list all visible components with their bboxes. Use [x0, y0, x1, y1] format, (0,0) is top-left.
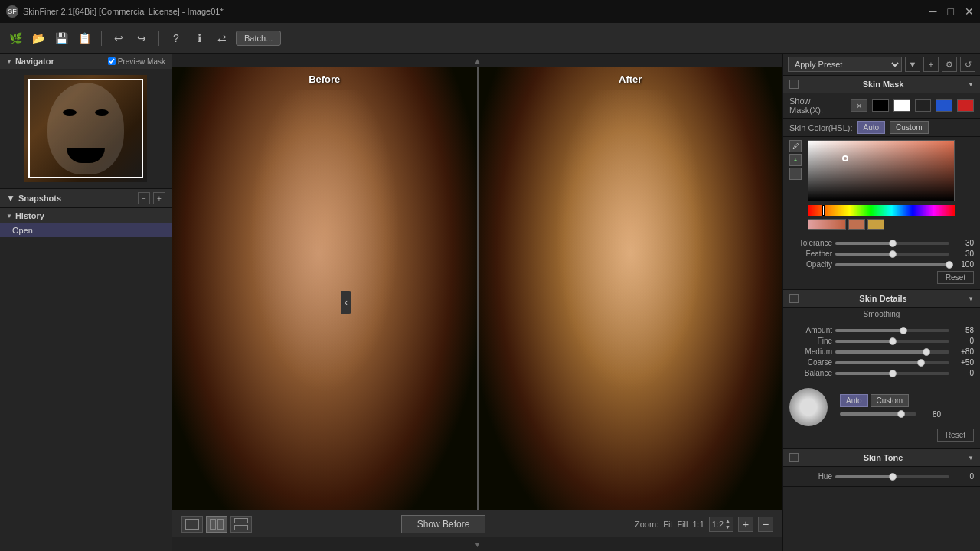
skin-details-arrow[interactable]: ▼ [968, 295, 974, 302]
history-arrow: ▼ [6, 213, 12, 220]
amount-value: 58 [952, 326, 974, 334]
color-swatch-warm[interactable] [867, 219, 884, 230]
single-view-button[interactable] [181, 516, 203, 533]
skin-color-auto-button[interactable]: Auto [858, 121, 886, 134]
history-section: ▼ History Open [0, 208, 172, 551]
zoom-1to1[interactable]: 1:1 [692, 520, 704, 529]
help-icon[interactable]: ? [167, 29, 185, 47]
save-icon[interactable]: 💾 [52, 29, 70, 47]
skin-mask-arrow[interactable]: ▼ [968, 81, 974, 88]
skin-details-checkbox[interactable] [789, 294, 799, 303]
preset-settings-button[interactable]: ⚙ [942, 57, 957, 72]
snapshot-remove-button[interactable]: − [138, 192, 150, 204]
preset-dropdown-button[interactable]: ▼ [905, 57, 920, 72]
skin-tone-arrow[interactable]: ▼ [968, 455, 974, 461]
zoom-out-button[interactable]: − [758, 517, 773, 532]
skin-details-title: Skin Details [802, 294, 965, 303]
toolbar: 🌿 📂 💾 📋 ↩ ↪ ? ℹ ⇄ Batch... [0, 23, 980, 54]
thumb-viewport-rect [28, 79, 143, 178]
zoom-up-arrow[interactable]: ▲ [725, 518, 730, 524]
save-as-icon[interactable]: 📋 [75, 29, 93, 47]
mask-swatch-white[interactable] [893, 99, 910, 112]
medium-row: Medium +80 [789, 347, 974, 356]
navigator-arrow: ▼ [6, 58, 12, 65]
color-swatch-gradient[interactable] [808, 219, 846, 230]
tolerance-slider[interactable] [835, 242, 949, 245]
show-before-button[interactable]: Show Before [401, 515, 486, 533]
thumb-image [24, 75, 147, 182]
titlebar-left: SF SkinFiner 2.1[64Bit] [Commercial Lice… [6, 5, 224, 18]
amount-slider[interactable] [835, 329, 949, 332]
split-horizontal-view-button[interactable] [230, 516, 252, 533]
mask-swatch-dark[interactable] [915, 99, 932, 112]
left-collapse-button[interactable]: ‹ [341, 291, 351, 314]
mask-reset-button[interactable]: Reset [937, 271, 974, 284]
medium-slider[interactable] [835, 350, 949, 354]
opacity-row: Opacity 100 [789, 260, 974, 269]
eyedropper-tool[interactable]: 🖊 [789, 140, 802, 152]
split-vertical-view-button[interactable] [206, 516, 227, 533]
open-icon[interactable]: 📂 [29, 29, 47, 47]
preset-select[interactable]: Apply Preset [788, 57, 902, 72]
portrait-auto-button[interactable]: Auto [840, 394, 868, 407]
preset-refresh-button[interactable]: ↺ [960, 57, 975, 72]
navigator-title: Navigator [15, 57, 105, 66]
opacity-slider[interactable] [835, 263, 949, 266]
eyedropper-add-tool[interactable]: + [789, 154, 802, 166]
opacity-thumb [946, 261, 953, 269]
navigator-header[interactable]: ▼ Navigator Preview Mask [0, 54, 172, 69]
hue-slider[interactable] [835, 475, 949, 478]
toolbar-separator [101, 31, 102, 46]
color-gradient-picker[interactable] [808, 140, 955, 201]
mask-swatch-red[interactable] [957, 99, 974, 112]
mask-swatch-blue[interactable] [936, 99, 952, 112]
batch-button[interactable]: Batch... [236, 31, 281, 46]
minimize-button[interactable]: ─ [929, 5, 937, 18]
skin-mask-checkbox[interactable] [789, 80, 799, 89]
fine-slider[interactable] [835, 340, 949, 343]
coarse-value: +50 [952, 358, 974, 367]
portrait-size-thumb [897, 410, 905, 418]
canvas-bottom-arrow[interactable]: ▼ [172, 537, 782, 551]
history-header[interactable]: ▼ History [0, 208, 172, 223]
skin-color-custom-button[interactable]: Custom [890, 121, 928, 134]
maximize-button[interactable]: □ [948, 5, 954, 18]
hue-spectrum[interactable] [808, 205, 955, 216]
portrait-size-row: 80 [840, 410, 941, 419]
zoom-down-arrow[interactable]: ▼ [725, 524, 730, 530]
snapshot-add-button[interactable]: + [153, 192, 165, 204]
preset-add-button[interactable]: + [923, 57, 939, 72]
medium-fill [835, 350, 926, 354]
split-vertical-icon [210, 519, 224, 530]
undo-icon[interactable]: ↩ [109, 29, 128, 47]
portrait-size-slider[interactable] [840, 412, 916, 416]
balance-row: Balance 0 [789, 369, 974, 377]
zoom-in-button[interactable]: + [738, 517, 753, 532]
zoom-fill[interactable]: Fill [677, 520, 688, 529]
preview-mask-checkbox[interactable] [108, 57, 116, 65]
eyedropper-sub-tool[interactable]: − [789, 168, 802, 180]
redo-icon[interactable]: ↪ [132, 29, 151, 47]
snapshots-header[interactable]: ▼ Snapshots − + [0, 189, 172, 207]
skin-tone-checkbox[interactable] [789, 453, 799, 462]
toolbar-separator-2 [158, 31, 159, 46]
balance-value: 0 [952, 369, 974, 377]
close-button[interactable]: ✕ [965, 5, 974, 18]
zoom-fit[interactable]: Fit [663, 520, 672, 529]
coarse-slider[interactable] [835, 361, 949, 364]
balance-slider[interactable] [835, 372, 949, 375]
navigator-thumbnail[interactable] [24, 75, 147, 182]
portrait-custom-button[interactable]: Custom [871, 394, 909, 407]
info-icon[interactable]: ℹ [190, 29, 208, 47]
hue-row: Hue 0 [789, 472, 974, 481]
compare-icon[interactable]: ⇄ [213, 29, 231, 47]
mask-swatch-cross[interactable]: ✕ [851, 99, 867, 112]
history-item[interactable]: Open [0, 223, 172, 237]
portrait-reset-button[interactable]: Reset [937, 429, 974, 442]
canvas-top-arrow[interactable]: ▲ [172, 54, 782, 67]
view-mode-buttons [181, 516, 252, 533]
show-mask-label: Show Mask(X): [789, 96, 846, 115]
feather-slider[interactable] [835, 253, 949, 256]
color-swatch-skin[interactable] [848, 219, 865, 230]
mask-swatch-black[interactable] [872, 99, 889, 112]
